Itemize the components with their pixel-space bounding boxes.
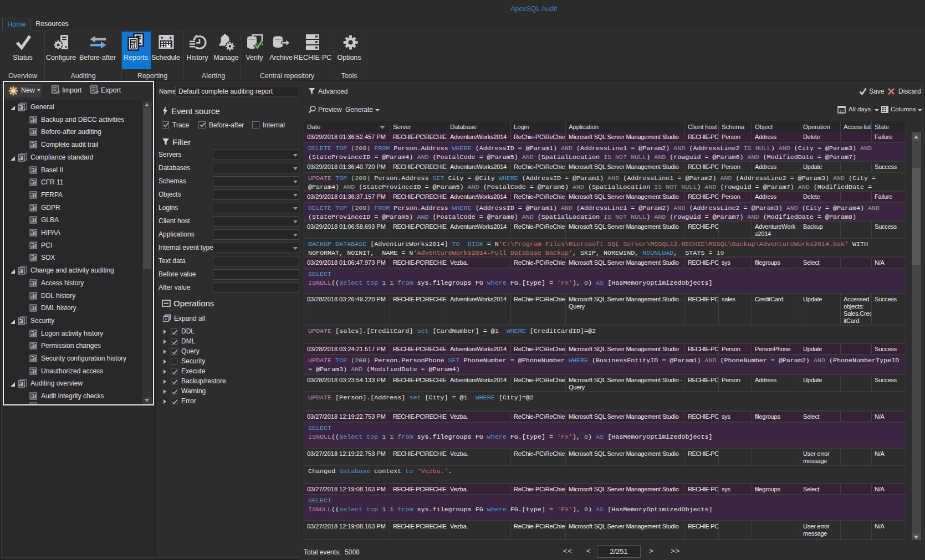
svg-text:12: 12 — [840, 109, 844, 113]
